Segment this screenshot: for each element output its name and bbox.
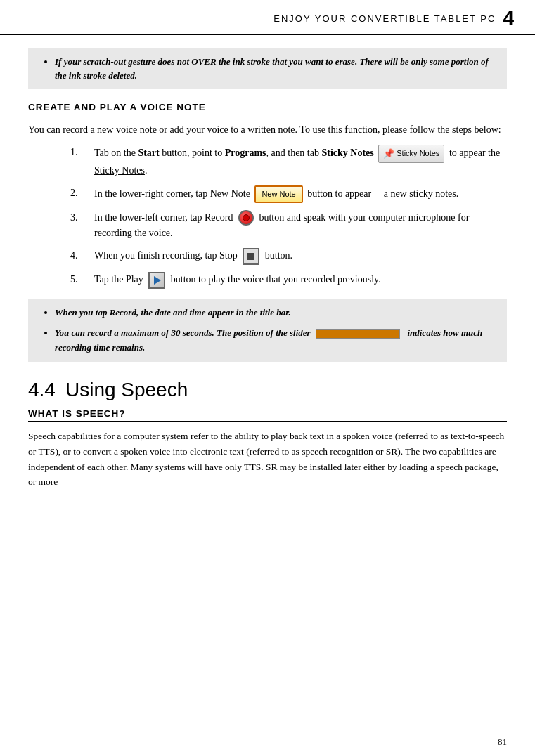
step-5-num: 5. xyxy=(70,272,90,287)
sticky-notes-link: Sticky Notes xyxy=(94,165,145,176)
step-2-num: 2. xyxy=(70,185,90,201)
page-header: Enjoy Your Convertible Tablet PC 4 xyxy=(0,0,535,35)
sticky-notes-label: Sticky Notes xyxy=(397,148,439,159)
step-2: 2. In the lower-right corner, tap New No… xyxy=(70,185,507,203)
step-4-num: 4. xyxy=(70,248,90,263)
programs-bold: Programs xyxy=(225,148,266,158)
new-note-button-image: New Note xyxy=(254,185,302,203)
step-1-num: 1. xyxy=(70,145,90,160)
note-bullet-3: You can record a maximum of 30 seconds. … xyxy=(55,326,494,356)
note-bullet-1: If your scratch-out gesture does not OVE… xyxy=(55,55,494,82)
step-3: 3. In the lower-left corner, tap Record … xyxy=(70,210,507,241)
step-5-content: Tap the Play button to play the voice th… xyxy=(94,272,507,289)
stop-button-image xyxy=(243,248,259,265)
page-footer: 81 xyxy=(498,736,507,748)
play-button-image xyxy=(148,272,165,289)
section-heading-voice-note: Create and Play a Voice Note xyxy=(28,102,507,115)
step-4-content: When you finish recording, tap Stop butt… xyxy=(94,248,507,265)
header-text: Enjoy Your Convertible Tablet PC xyxy=(273,13,496,24)
pin-icon: 📌 xyxy=(383,147,394,161)
slider-image xyxy=(316,329,400,339)
section-44-number: 4.4 xyxy=(28,379,56,401)
section-44-row: 4.4 Using Speech xyxy=(28,379,507,401)
note-box-1: If your scratch-out gesture does not OVE… xyxy=(28,48,507,89)
start-bold: Start xyxy=(138,148,159,158)
sticky-notes-button-image: 📌 Sticky Notes xyxy=(378,145,444,163)
note-box-2: When you tap Record, the date and time a… xyxy=(28,299,507,362)
chapter-number: 4 xyxy=(503,7,514,30)
steps-list: 1. Tab on the Start button, point to Pro… xyxy=(70,145,507,289)
note-bullet-2: When you tap Record, the date and time a… xyxy=(55,306,494,320)
section-44-title: Using Speech xyxy=(65,379,188,401)
section-44-heading: 4.4 Using Speech xyxy=(28,379,507,401)
step-3-num: 3. xyxy=(70,210,90,226)
step-4: 4. When you finish recording, tap Stop b… xyxy=(70,248,507,265)
page-content: If your scratch-out gesture does not OVE… xyxy=(0,48,535,525)
step-3-content: In the lower-left corner, tap Record but… xyxy=(94,210,507,241)
step-1-content: Tab on the Start button, point to Progra… xyxy=(94,145,507,178)
step-1: 1. Tab on the Start button, point to Pro… xyxy=(70,145,507,178)
section-intro: You can record a new voice note or add y… xyxy=(28,122,507,138)
play-btn-inner xyxy=(150,273,164,287)
record-button-image xyxy=(238,210,254,226)
what-is-speech-heading: What is Speech? xyxy=(28,408,507,422)
page-number: 81 xyxy=(498,736,507,747)
step-2-content: In the lower-right corner, tap New Note … xyxy=(94,185,507,203)
speech-body-text: Speech capabilities for a computer syste… xyxy=(28,429,507,489)
sticky-notes-bold: Sticky Notes xyxy=(321,148,373,158)
step-5: 5. Tap the Play button to play the voice… xyxy=(70,272,507,289)
